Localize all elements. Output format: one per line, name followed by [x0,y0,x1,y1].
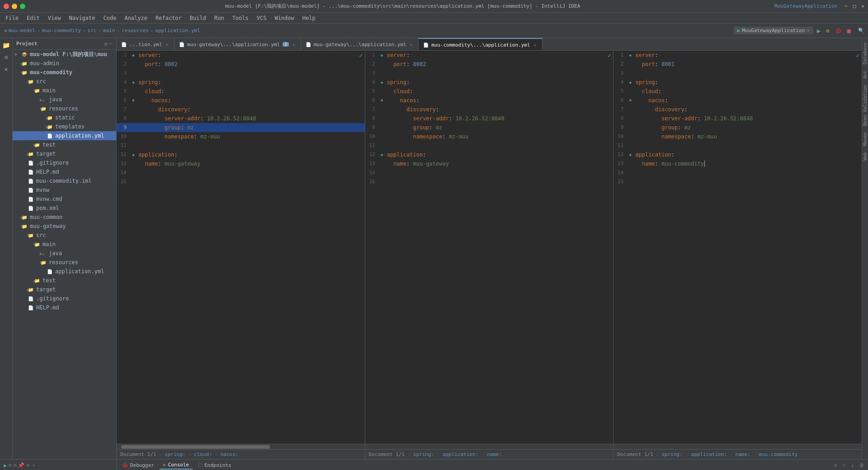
tree-item-src[interactable]: ▼ 📁 src [13,77,116,86]
right-tab-database[interactable]: Database [863,40,868,67]
services-add-icon[interactable]: ＋ [31,462,36,469]
menu-window[interactable]: Window [271,14,297,22]
services-group-icon[interactable]: ⊞ [9,462,12,468]
tree-item-target[interactable]: ▶ 📁 target [13,149,116,158]
tab-close-2[interactable]: ✕ [409,42,414,47]
window-controls[interactable] [4,4,25,9]
scrollbar-1[interactable] [117,444,365,449]
run-config-dropdown[interactable]: ▶ MuuGatewayApplication ▾ [734,27,813,34]
tree-item-main[interactable]: ▼ 📁 main [13,86,116,95]
tab-prev-yml[interactable]: 📄 ...tion.yml ✕ [117,38,175,51]
toolbar-breadcrumb-file[interactable]: application.yml [155,28,200,33]
close-icon[interactable]: ✕ [861,3,864,9]
services-settings-icon[interactable]: ⚙ [26,462,29,468]
tab-close-1[interactable]: ✕ [292,42,296,47]
tree-item-pom-xml[interactable]: 📄 pom.xml [13,204,116,213]
menu-analyze[interactable]: Analyze [121,14,151,22]
tree-item-gateway-resources[interactable]: ▼ 📁 resources [13,258,116,267]
tree-item-help-md[interactable]: 📄 HELP.md [13,167,116,176]
tree-item-gateway-target[interactable]: ▶ 📁 target [13,285,116,294]
tab-gateway-yml-2[interactable]: 📄 muu-gateway\...\application.yml ✕ [301,38,419,51]
tree-item-muu-commodity[interactable]: ▼ 📁 muu-commodity [13,68,116,77]
tree-item-muu-common[interactable]: ▶ 📁 muu-common [13,213,116,222]
console-scroll-down-icon[interactable]: ↓ [849,461,856,469]
tree-item-gateway-java[interactable]: ▶ ☕ java [13,249,116,258]
search-icon[interactable]: 🔍 [858,28,864,33]
tree-item-gateway-help[interactable]: 📄 HELP.md [13,303,116,312]
tree-item-gateway-test[interactable]: ▶ 📁 test [13,276,116,285]
menu-navigate[interactable]: Navigate [66,14,99,22]
right-tab-ant[interactable]: Ant [863,68,868,81]
editor-content-1[interactable]: ✓ 1 ◆ server: 2 port: 8002 3 [117,51,365,444]
tree-item-gateway-yaml[interactable]: 📄 application.yml [13,267,116,276]
tree-item-gitignore[interactable]: 📄 .gitignore [13,158,116,167]
toolbar-breadcrumb-module[interactable]: muu-commodity [42,28,81,33]
tree-item-application-yml-commodity[interactable]: 📄 application.yml [13,131,116,140]
editor-content-3[interactable]: ✓ 1 ◆ server: 2 port: 8001 3 [613,51,862,444]
tree-item-mvnw[interactable]: 📄 mvnw [13,185,116,195]
run-button[interactable]: ▶ [815,26,822,35]
tree-item-gateway-src[interactable]: ▼ 📁 src [13,231,116,240]
tab-gateway-yml-1[interactable]: 📄 muu-gateway\...\application.yml 2 ✕ [175,38,301,51]
toolbar-breadcrumb-src[interactable]: src [88,28,97,33]
tab-close-0[interactable]: ✕ [165,42,170,47]
menu-code[interactable]: Code [100,14,120,22]
menu-edit[interactable]: Edit [23,14,43,22]
stop-button[interactable]: ■ [845,26,853,35]
menu-refactor[interactable]: Refactor [152,14,185,22]
console-wrap-icon[interactable]: ≡ [832,461,839,469]
toolbar-breadcrumb-root[interactable]: muu-model [9,28,36,33]
scrollbar-3[interactable] [613,444,862,449]
tree-item-templates[interactable]: ▶ 📁 templates [13,122,116,131]
right-tab-bean[interactable]: Bean Validation [863,82,868,128]
close-button[interactable] [4,4,9,9]
toolbar-breadcrumb-main[interactable]: main [103,28,115,33]
services-filter-icon[interactable]: ⊟ [14,462,17,468]
tab-close-3[interactable]: ✕ [533,42,538,48]
structure-tab-icon[interactable]: ≡ [1,52,12,62]
right-tab-maven[interactable]: Maven [863,130,868,149]
scrollbar-2[interactable] [365,444,613,449]
tab-debugger[interactable]: 🐞 Debugger [118,461,158,469]
toolbar-breadcrumb-resources[interactable]: resources [122,28,149,33]
tree-item-gateway-main[interactable]: ▼ 📁 main [13,240,116,249]
tree-item-muu-model[interactable]: ▼ 📦 muu-model F:\我的项目\muu [13,50,116,59]
tree-item-muu-gateway[interactable]: ▼ 📁 muu-gateway [13,222,116,231]
sidebar-settings-icon[interactable]: ⚙ [104,41,108,47]
restore-icon[interactable]: □ [853,3,856,9]
right-tab-web[interactable]: Web [863,150,868,163]
editor-content-2[interactable]: ✓ 1 ◆ server: 2 port: 8002 3 [365,51,613,444]
tab-endpoints[interactable]: ⬡ Endpoints [194,461,235,469]
menu-tools[interactable]: Tools [229,14,252,22]
services-pin-icon[interactable]: 📌 [18,462,24,468]
maximize-button[interactable] [20,4,25,9]
tree-item-resources[interactable]: ▼ 📁 resources [13,104,116,113]
menu-build[interactable]: Build [186,14,210,22]
menu-view[interactable]: View [44,14,65,22]
debug-button[interactable]: 🐞 [833,27,844,35]
tree-item-java[interactable]: ▶ ☕ java [13,95,116,104]
tree-item-test[interactable]: ▶ 📁 test [13,140,116,149]
console-scroll-up-icon[interactable]: ↑ [841,461,848,469]
tree-item-gateway-gitignore[interactable]: 📄 .gitignore [13,294,116,303]
tab-commodity-yml[interactable]: 📄 muu-commodity\...\application.yml ✕ [419,38,542,51]
sidebar-collapse-icon[interactable]: ─ [109,41,113,47]
menu-run[interactable]: Run [211,14,228,22]
tab-console[interactable]: ▶ Console [160,461,193,470]
tree-item-iml[interactable]: 📄 muu-commodity.iml [13,176,116,185]
menu-help[interactable]: Help [299,14,319,22]
minimize-button[interactable] [12,4,17,9]
menu-file[interactable]: File [2,14,22,22]
code-line-2-3: 3 [365,69,613,78]
toolbar-back-icon[interactable]: ◀ [4,28,7,33]
build-button[interactable]: ⚙ [824,27,831,35]
menu-vcs[interactable]: VCS [253,14,270,22]
services-run-icon[interactable]: ▶ [4,462,7,469]
favorites-tab-icon[interactable]: ★ [1,63,12,74]
tree-item-muu-admin[interactable]: ▶ 📁 muu-admin [13,59,116,68]
tree-item-static[interactable]: ▶ 📁 static [13,113,116,122]
project-tab-icon[interactable]: 📁 [1,40,12,51]
console-clear-icon[interactable]: 🗑 [858,461,866,469]
minimize-icon[interactable]: ─ [844,3,848,9]
tree-item-mvnw-cmd[interactable]: 📄 mvnw.cmd [13,195,116,204]
